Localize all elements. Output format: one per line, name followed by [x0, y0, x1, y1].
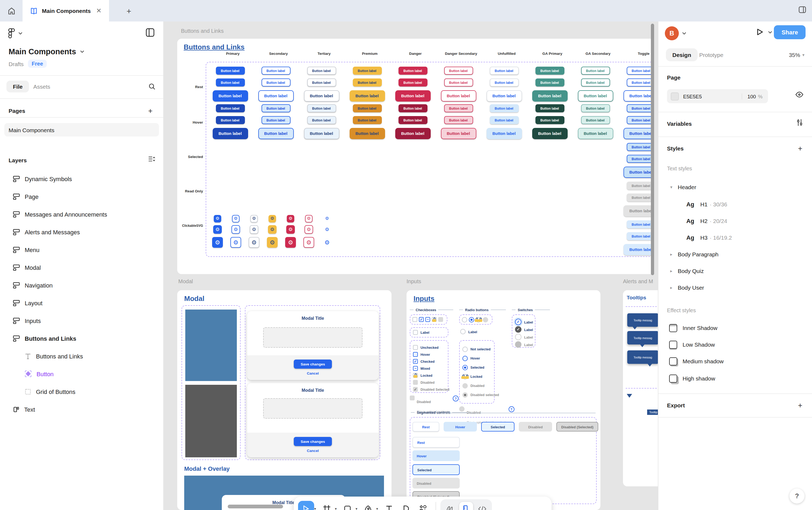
- mini-tooltip[interactable]: Tooltip: [647, 409, 658, 415]
- clickable-svg-tertiary[interactable]: ⚙: [250, 225, 258, 234]
- help-tooltip-icon[interactable]: ?: [508, 406, 514, 412]
- drafts-breadcrumb[interactable]: Drafts: [8, 60, 24, 67]
- tab-overview-icon[interactable]: [798, 5, 807, 14]
- frame-inputs[interactable]: Inputs Checkboxes Radio buttons Switches…: [407, 290, 600, 510]
- chevron-right-icon[interactable]: ▸: [670, 268, 672, 273]
- checkbox-strip[interactable]: ✓~: [410, 314, 447, 324]
- section-label-buttons[interactable]: Buttons and Links: [181, 28, 224, 34]
- tab-design[interactable]: Design: [666, 48, 698, 61]
- button-specimen-primary-rest[interactable]: Button label: [216, 67, 245, 75]
- button-specimen-primary-hover[interactable]: Button label: [212, 128, 248, 139]
- section-label-modal[interactable]: Modal: [178, 278, 193, 284]
- color-swatch[interactable]: [671, 92, 679, 100]
- switch-icon[interactable]: ✓: [515, 326, 521, 333]
- checkbox-icon[interactable]: [413, 380, 418, 385]
- shape-tool-button[interactable]: [339, 501, 356, 510]
- page-color-row[interactable]: E5E5E5 100 %: [667, 89, 768, 103]
- button-specimen-secondary-hover[interactable]: Button label: [261, 116, 290, 124]
- button-specimen-premium-hover[interactable]: Button label: [353, 104, 382, 112]
- button-specimen-toggle-hover[interactable]: Button label: [627, 104, 654, 112]
- tab-assets[interactable]: Assets: [33, 83, 50, 90]
- blob-tool-button[interactable]: [398, 501, 414, 510]
- home-button[interactable]: [0, 0, 23, 22]
- button-specimen-toggle-rest[interactable]: Button label: [627, 67, 654, 75]
- shape-tool-chevron[interactable]: ▾: [356, 507, 357, 510]
- button-specimen-toggle-selected[interactable]: Button label: [623, 167, 654, 178]
- clickable-svg-primary[interactable]: ⚙: [212, 237, 223, 248]
- chevron-down-icon[interactable]: [768, 30, 772, 34]
- clickable-svg-danger-secondary[interactable]: ⚙: [304, 225, 313, 234]
- button-specimen-ga-secondary-rest[interactable]: Button label: [578, 90, 613, 102]
- zoom-control[interactable]: 35%▾: [789, 52, 805, 58]
- frame-buttons-and-links[interactable]: Buttons and Links PrimarySecondaryTertia…: [177, 39, 654, 274]
- effect-style-medium-shadow[interactable]: Medium shadow: [669, 355, 724, 368]
- radio-icon[interactable]: [462, 317, 467, 322]
- checkbox-icon[interactable]: ✓: [413, 387, 418, 392]
- button-specimen-secondary-hover[interactable]: Button label: [261, 104, 290, 112]
- button-specimen-danger-secondary-hover[interactable]: Button label: [444, 104, 473, 112]
- button-specimen-toggle-clickable[interactable]: Button label: [627, 220, 654, 228]
- button-specimen-tertiary-rest[interactable]: Button label: [304, 90, 339, 102]
- layer-item-messages-and-announcements[interactable]: Messages and Announcements: [0, 205, 163, 223]
- clickable-svg-primary[interactable]: ⚙: [214, 215, 221, 223]
- text-style-group-body-user[interactable]: ▸Body User: [670, 281, 704, 294]
- segmented-controls-set[interactable]: RestHoverSelectedDisabledDisabled (Selec…: [410, 417, 597, 504]
- button-specimen-ga-primary-hover[interactable]: Button label: [535, 104, 564, 112]
- button-specimen-unfulfilled-hover[interactable]: Button label: [486, 128, 522, 139]
- button-specimen-danger-secondary-rest[interactable]: Button label: [441, 90, 476, 102]
- effect-style-inner-shadow[interactable]: Inner Shadow: [669, 321, 718, 334]
- save-changes-button[interactable]: Save changes: [294, 437, 332, 446]
- frame-modal[interactable]: Modal Modal Title Save changes Cancel Mo…: [177, 290, 391, 510]
- clickable-svg-secondary[interactable]: ⚙: [231, 237, 241, 248]
- present-button[interactable]: [756, 28, 772, 36]
- section-label-inputs[interactable]: Inputs: [407, 278, 421, 284]
- clickable-svg-premium[interactable]: ⚙: [267, 237, 278, 248]
- checkbox-icon[interactable]: [413, 345, 418, 350]
- layer-item-button[interactable]: Button: [0, 365, 163, 382]
- radio-icon[interactable]: [462, 383, 468, 388]
- clickable-svg-premium[interactable]: ⚙: [268, 225, 277, 234]
- checkbox-icon[interactable]: [413, 373, 418, 378]
- button-specimen-danger-hover[interactable]: Button label: [398, 104, 427, 112]
- switch-icon[interactable]: [515, 341, 521, 348]
- clickable-svg-danger-secondary[interactable]: ⚙: [305, 215, 312, 223]
- variables-settings-icon[interactable]: [796, 119, 804, 126]
- modal-variants-left[interactable]: [182, 305, 241, 460]
- button-specimen-primary-rest[interactable]: Button label: [216, 79, 245, 87]
- chevron-down-icon[interactable]: ▾: [670, 185, 672, 190]
- switches-list[interactable]: ✓Label✓LabelLabelLabel: [512, 314, 535, 348]
- segment-hover[interactable]: Hover: [444, 422, 477, 431]
- share-button[interactable]: Share: [774, 25, 806, 39]
- button-specimen-toggle-clickable[interactable]: Button label: [627, 232, 654, 240]
- checkbox-icon[interactable]: [432, 317, 437, 322]
- segment-stacked-selected[interactable]: Selected: [413, 464, 460, 475]
- dev-mode-button[interactable]: [475, 502, 489, 510]
- chevron-down-icon[interactable]: [80, 50, 84, 53]
- checkbox-icon[interactable]: [413, 317, 417, 322]
- text-style-group-body-quiz[interactable]: ▸Body Quiz: [670, 264, 704, 277]
- segment-disabled-selected[interactable]: Disabled (Selected): [557, 422, 598, 431]
- clickable-svg-danger-secondary[interactable]: ⚙: [303, 237, 314, 248]
- radio-icon[interactable]: [469, 317, 474, 322]
- button-specimen-secondary-rest[interactable]: Button label: [261, 67, 290, 75]
- button-specimen-toggle-hover[interactable]: Button label: [627, 116, 654, 124]
- frame-tool-button[interactable]: [319, 501, 335, 510]
- segment-selected[interactable]: Selected: [481, 422, 514, 431]
- button-specimen-toggle-rest[interactable]: Button label: [627, 79, 654, 87]
- radio-strip[interactable]: [459, 314, 492, 324]
- help-button[interactable]: ?: [789, 488, 805, 504]
- component-set-boundary[interactable]: Button labelButton labelButton labelButt…: [206, 62, 654, 257]
- add-export-button[interactable]: +: [795, 400, 806, 410]
- button-specimen-secondary-rest[interactable]: Button label: [258, 90, 294, 102]
- avatar[interactable]: B: [665, 26, 679, 40]
- tab-prototype[interactable]: Prototype: [699, 52, 723, 58]
- switch-icon[interactable]: ✓: [515, 319, 521, 325]
- layer-item-dynamic-symbols[interactable]: Dynamic Symbols: [0, 170, 163, 188]
- text-style-group-header[interactable]: ▾Header: [670, 180, 696, 194]
- text-style-item-h1[interactable]: AgH1· 30/36: [686, 198, 727, 211]
- canvas-horizontal-scrollbar[interactable]: [228, 505, 283, 508]
- text-style-group-body-paragraph[interactable]: ▸Body Paragraph: [670, 248, 719, 261]
- button-specimen-ga-primary-hover[interactable]: Button label: [535, 116, 564, 124]
- checkbox-icon[interactable]: ~: [413, 366, 418, 371]
- collapse-layers-icon[interactable]: [148, 156, 156, 163]
